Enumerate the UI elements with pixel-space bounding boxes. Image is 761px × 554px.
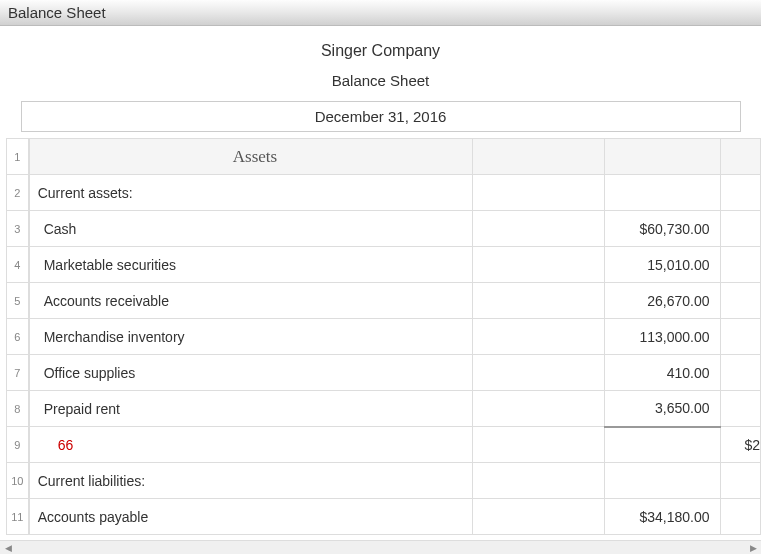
row-label[interactable]: Marketable securities	[29, 247, 473, 283]
row-label[interactable]: Current liabilities:	[29, 463, 473, 499]
cell-col-c[interactable]: $60,730.00	[604, 211, 720, 247]
cell-col-b[interactable]	[473, 175, 604, 211]
cell-col-d[interactable]: $2	[720, 427, 760, 463]
table-row[interactable]: 1Assets	[7, 139, 761, 175]
cell-col-c[interactable]	[604, 139, 720, 175]
cell-col-c[interactable]: 3,650.00	[604, 391, 720, 427]
cell-col-b[interactable]	[473, 319, 604, 355]
cell-col-c[interactable]: 15,010.00	[604, 247, 720, 283]
table-row[interactable]: 7Office supplies410.00	[7, 355, 761, 391]
row-number: 7	[7, 355, 29, 391]
cell-col-b[interactable]	[473, 499, 604, 535]
table-row[interactable]: 11Accounts payable$34,180.00	[7, 499, 761, 535]
cell-col-b[interactable]	[473, 283, 604, 319]
cell-col-b[interactable]	[473, 139, 604, 175]
row-number: 5	[7, 283, 29, 319]
row-label[interactable]: Assets	[29, 139, 473, 175]
cell-col-d[interactable]	[720, 499, 760, 535]
cell-col-c[interactable]: 410.00	[604, 355, 720, 391]
cell-col-d[interactable]	[720, 391, 760, 427]
row-number: 9	[7, 427, 29, 463]
cell-col-c[interactable]	[604, 463, 720, 499]
table-row[interactable]: 966$2	[7, 427, 761, 463]
date-input[interactable]	[21, 101, 741, 132]
cell-col-c[interactable]: $34,180.00	[604, 499, 720, 535]
window-title: Balance Sheet	[8, 4, 106, 21]
cell-col-b[interactable]	[473, 427, 604, 463]
table-row[interactable]: 2Current assets:	[7, 175, 761, 211]
row-number: 10	[7, 463, 29, 499]
cell-col-b[interactable]	[473, 247, 604, 283]
table-row[interactable]: 6Merchandise inventory113,000.00	[7, 319, 761, 355]
row-number: 4	[7, 247, 29, 283]
row-label[interactable]: Accounts receivable	[29, 283, 473, 319]
cell-col-b[interactable]	[473, 391, 604, 427]
company-name: Singer Company	[18, 36, 743, 72]
row-number: 2	[7, 175, 29, 211]
table-row[interactable]: 3Cash$60,730.00	[7, 211, 761, 247]
row-label[interactable]: Office supplies	[29, 355, 473, 391]
table-row[interactable]: 8Prepaid rent3,650.00	[7, 391, 761, 427]
cell-col-d[interactable]	[720, 283, 760, 319]
row-label[interactable]: Accounts payable	[29, 499, 473, 535]
row-number: 8	[7, 391, 29, 427]
cell-col-d[interactable]	[720, 355, 760, 391]
document-title: Balance Sheet	[18, 72, 743, 101]
cell-col-d[interactable]	[720, 247, 760, 283]
cell-col-d[interactable]	[720, 175, 760, 211]
cell-col-c[interactable]	[604, 175, 720, 211]
row-number: 6	[7, 319, 29, 355]
cell-col-d[interactable]	[720, 319, 760, 355]
scroll-left-icon[interactable]: ◀	[0, 541, 16, 554]
row-number: 1	[7, 139, 29, 175]
row-label[interactable]: Cash	[29, 211, 473, 247]
table-row[interactable]: 10Current liabilities:	[7, 463, 761, 499]
cell-col-b[interactable]	[473, 211, 604, 247]
cell-col-c[interactable]: 26,670.00	[604, 283, 720, 319]
cell-col-b[interactable]	[473, 355, 604, 391]
row-label[interactable]: 66	[29, 427, 473, 463]
table-row[interactable]: 4Marketable securities15,010.00	[7, 247, 761, 283]
cell-col-c[interactable]: 113,000.00	[604, 319, 720, 355]
horizontal-scrollbar[interactable]: ◀ ▶	[0, 540, 761, 554]
cell-col-d[interactable]	[720, 139, 760, 175]
cell-col-d[interactable]	[720, 463, 760, 499]
row-label[interactable]: Current assets:	[29, 175, 473, 211]
row-number: 11	[7, 499, 29, 535]
window-title-bar: Balance Sheet	[0, 0, 761, 26]
table-row[interactable]: 5Accounts receivable26,670.00	[7, 283, 761, 319]
scroll-right-icon[interactable]: ▶	[745, 541, 761, 554]
row-label[interactable]: Prepaid rent	[29, 391, 473, 427]
cell-col-b[interactable]	[473, 463, 604, 499]
row-label[interactable]: Merchandise inventory	[29, 319, 473, 355]
date-field-wrap	[21, 101, 741, 132]
cell-col-c[interactable]	[604, 427, 720, 463]
spreadsheet-grid: 1Assets2Current assets:3Cash$60,730.004M…	[6, 138, 761, 535]
row-number: 3	[7, 211, 29, 247]
balance-sheet-table: 1Assets2Current assets:3Cash$60,730.004M…	[6, 138, 761, 535]
document-header: Singer Company Balance Sheet	[18, 26, 743, 132]
cell-col-d[interactable]	[720, 211, 760, 247]
